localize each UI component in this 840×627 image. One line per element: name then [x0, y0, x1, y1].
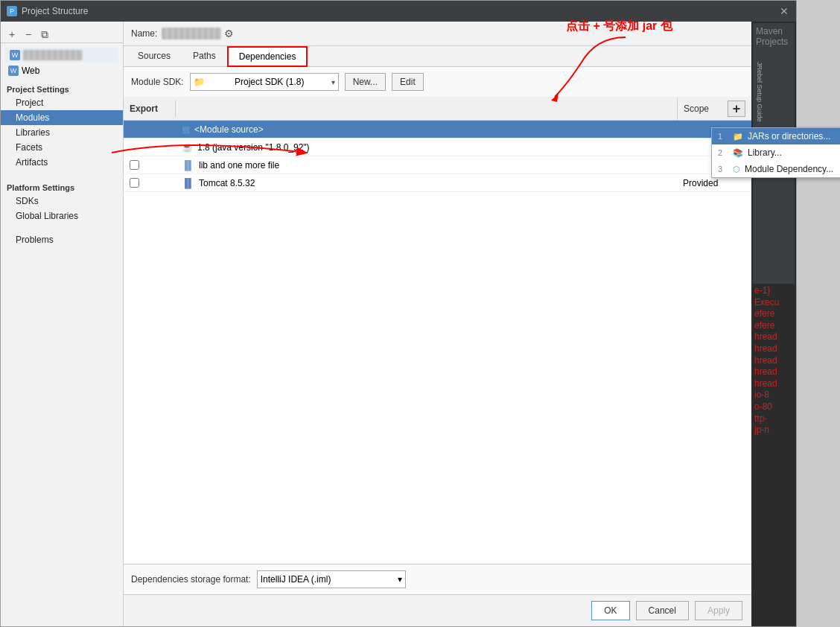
dep-check-3[interactable] — [124, 176, 176, 189]
tab-dependencies-label: Dependencies — [239, 51, 296, 62]
dependencies-table: Export Scope + ▦ <Module source> — [124, 98, 751, 594]
sidebar: + − ⧉ W W Web Project Settings Project M… — [1, 22, 124, 626]
add-dependency-button[interactable]: + — [728, 101, 745, 117]
tab-dependencies[interactable]: Dependencies — [227, 46, 308, 67]
ok-label: OK — [604, 605, 617, 616]
sdk-select[interactable]: 📁 Project SDK (1.8) ▾ — [190, 73, 339, 91]
dd-number-2: 2 — [718, 148, 728, 157]
name-settings-icon[interactable]: ⚙ — [224, 28, 234, 39]
sdk-edit-label: Edit — [400, 77, 416, 87]
storage-value: IntelliJ IDEA (.iml) — [261, 574, 331, 585]
cancel-button[interactable]: Cancel — [636, 601, 689, 620]
apply-button[interactable]: Apply — [695, 601, 742, 620]
dep-name-0: ▦ <Module source> — [176, 123, 677, 136]
sdk-label: Module SDK: — [131, 77, 184, 87]
sidebar-item-facets[interactable]: Facets — [1, 140, 123, 155]
dep-icon-lib: ▐▌ — [182, 160, 194, 171]
right-panel: Maven Projects JRebel Setup Guide e-1} E… — [751, 22, 796, 626]
storage-row: Dependencies storage format: IntelliJ ID… — [124, 564, 751, 594]
dep-icon-jdk: ☕ — [182, 142, 193, 153]
log-line-3: efere — [754, 320, 793, 332]
sdk-dropdown-arrow: ▾ — [331, 78, 335, 86]
sdk-edit-button[interactable]: Edit — [392, 73, 424, 91]
add-module-button[interactable]: + — [5, 28, 19, 41]
tab-sources[interactable]: Sources — [127, 46, 182, 67]
web-icon: W — [8, 66, 19, 76]
dep-checkbox-2[interactable] — [130, 160, 139, 170]
log-line-2: efere — [754, 308, 793, 320]
dep-check-0 — [124, 128, 176, 131]
dialog-body: + − ⧉ W W Web Project Settings Project M… — [1, 22, 796, 626]
dropdown-item-module-dep[interactable]: 3 ⬡ Module Dependency... — [712, 161, 840, 177]
scope-label: Scope — [684, 104, 709, 114]
sidebar-item-global-libraries[interactable]: Global Libraries — [1, 209, 123, 223]
facets-label: Facets — [16, 142, 42, 153]
storage-select[interactable]: IntelliJ IDEA (.iml) ▾ — [257, 570, 406, 588]
dd-label-library: Library... — [748, 147, 782, 158]
dd-icon-library: 📚 — [733, 148, 743, 158]
apply-label: Apply — [707, 605, 730, 616]
copy-module-button[interactable]: ⧉ — [38, 28, 51, 41]
modules-label: Modules — [16, 112, 49, 123]
sdk-row: Module SDK: 📁 Project SDK (1.8) ▾ New...… — [124, 67, 751, 98]
name-bar: Name: ⚙ — [124, 22, 751, 46]
dep-row-lib[interactable]: ▐▌ lib and one more file — [124, 156, 751, 174]
web-item[interactable]: W Web — [1, 64, 123, 77]
dep-row-tomcat[interactable]: ▐▌ Tomcat 8.5.32 Provided — [124, 174, 751, 192]
log-line-6: hread — [754, 355, 793, 367]
sdk-select-icon: 📁 — [194, 77, 205, 87]
dep-checkbox-3[interactable] — [130, 178, 139, 188]
dropdown-item-jars[interactable]: 1 📁 JARs or directories... — [712, 128, 840, 144]
title-bar-left: P Project Structure — [7, 6, 88, 16]
log-line-8: hread — [754, 378, 793, 390]
dd-label-jars: JARs or directories... — [748, 131, 830, 141]
log-line-12: jp-n — [754, 424, 793, 436]
log-line-1: Execu — [754, 297, 793, 309]
sdk-new-button[interactable]: New... — [345, 73, 386, 91]
sidebar-toolbar: + − ⧉ — [1, 26, 123, 43]
dep-label-3: Tomcat 8.5.32 — [199, 178, 255, 188]
dep-icon-module-source: ▦ — [182, 124, 190, 135]
sidebar-item-libraries[interactable]: Libraries — [1, 125, 123, 140]
log-line-11: ttp- — [754, 413, 793, 425]
dep-label-0: <Module source> — [194, 124, 264, 135]
dd-number-1: 1 — [718, 132, 728, 141]
platform-settings-header: Platform Settings — [1, 179, 123, 194]
sidebar-item-modules[interactable]: Modules — [1, 110, 123, 125]
dep-scope-3: Provided — [677, 176, 751, 190]
remove-module-button[interactable]: − — [22, 28, 35, 41]
add-dependency-dropdown: 1 📁 JARs or directories... 2 📚 Library..… — [711, 127, 840, 178]
dd-number-3: 3 — [718, 165, 728, 174]
scope-column-header: Scope + — [677, 98, 751, 120]
dep-table-header: Export Scope + — [124, 98, 751, 121]
dep-row-module-source[interactable]: ▦ <Module source> — [124, 121, 751, 139]
name-value-blurred — [162, 28, 221, 39]
storage-dropdown-arrow: ▾ — [398, 574, 402, 585]
dd-icon-module-dep: ⬡ — [733, 165, 740, 174]
log-line-10: o-80 — [754, 401, 793, 413]
sidebar-item-problems[interactable]: Problems — [1, 232, 123, 247]
export-column-header: Export — [124, 101, 176, 117]
jrebel-label: JRebel Setup Guide — [756, 62, 763, 122]
dd-icon-jars: 📁 — [733, 132, 743, 141]
log-line-7: hread — [754, 366, 793, 378]
dep-scope-value-3: Provided — [683, 178, 718, 188]
sdks-label: SDKs — [16, 196, 39, 206]
sidebar-item-artifacts[interactable]: Artifacts — [1, 155, 123, 170]
project-settings-section: Project Settings Project Modules Librari… — [1, 83, 123, 170]
sidebar-item-sdks[interactable]: SDKs — [1, 194, 123, 209]
web-label: Web — [22, 66, 39, 76]
ok-button[interactable]: OK — [591, 601, 629, 620]
module-tree-item[interactable]: W — [5, 48, 118, 63]
dep-check-2[interactable] — [124, 159, 176, 171]
name-column-header — [176, 106, 677, 112]
dropdown-item-library[interactable]: 2 📚 Library... — [712, 144, 840, 161]
tab-paths[interactable]: Paths — [182, 46, 227, 67]
dep-name-2: ▐▌ lib and one more file — [176, 159, 677, 172]
close-button[interactable]: ✕ — [778, 5, 790, 17]
sidebar-item-project[interactable]: Project — [1, 95, 123, 110]
module-name-blurred — [23, 50, 83, 60]
project-settings-header: Project Settings — [1, 83, 123, 95]
main-content: Name: ⚙ Sources Paths Dependencies — [124, 22, 751, 626]
dep-row-jdk[interactable]: ☕ 1.8 (java version "1.8.0_92") — [124, 139, 751, 156]
